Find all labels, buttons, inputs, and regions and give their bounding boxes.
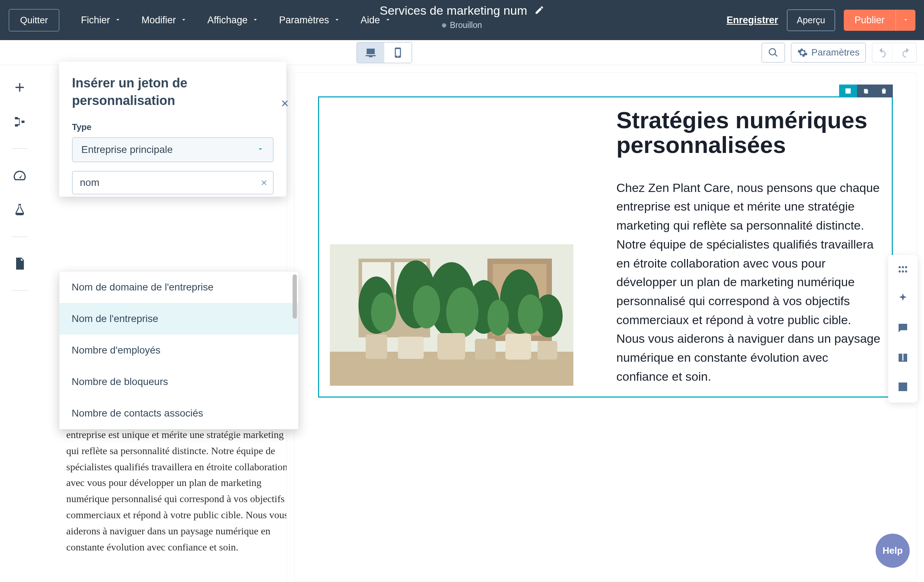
dropdown-item[interactable]: Nombre de contacts associés bbox=[59, 397, 298, 429]
help-button[interactable]: Help bbox=[876, 534, 910, 568]
svg-point-13 bbox=[371, 293, 396, 332]
module-tools bbox=[839, 84, 893, 97]
calendar-icon[interactable] bbox=[896, 380, 909, 395]
module-heading[interactable]: Stratégies numériques personnalisées bbox=[616, 108, 881, 158]
popover-title: Insérer un jeton depersonnalisation bbox=[72, 74, 274, 109]
topbar: Quitter Fichier Modifier Affichage Param… bbox=[0, 0, 924, 40]
undo-redo-group bbox=[872, 43, 917, 63]
status-text: Brouillon bbox=[450, 20, 482, 30]
exit-button[interactable]: Quitter bbox=[8, 9, 59, 31]
edit-icon[interactable] bbox=[535, 5, 544, 16]
module-grid: Stratégies numériques personnalisées Che… bbox=[330, 108, 881, 386]
status-dot-icon bbox=[442, 23, 446, 28]
menu-label: Fichier bbox=[81, 15, 110, 26]
module-text-col: Stratégies numériques personnalisées Che… bbox=[616, 108, 881, 386]
menu-modifier[interactable]: Modifier bbox=[142, 15, 187, 26]
svg-point-14 bbox=[413, 285, 440, 328]
svg-point-24 bbox=[899, 266, 901, 268]
body-area: Insérer un jeton depersonnalisation × Ty… bbox=[0, 65, 924, 582]
search-button[interactable] bbox=[761, 43, 785, 63]
menu-fichier[interactable]: Fichier bbox=[81, 15, 121, 26]
module-image-icon[interactable] bbox=[839, 84, 857, 97]
chevron-down-icon bbox=[114, 15, 121, 26]
token-search-input[interactable] bbox=[72, 171, 274, 195]
svg-point-17 bbox=[518, 294, 543, 334]
search-wrapper: × bbox=[72, 171, 274, 195]
menu-label: Paramètres bbox=[279, 15, 329, 26]
token-dropdown: Nom de domaine de l'entreprise Nom de l'… bbox=[59, 271, 299, 429]
module-delete-icon[interactable] bbox=[875, 84, 893, 97]
svg-point-28 bbox=[902, 270, 904, 272]
publish-button[interactable]: Publier bbox=[844, 10, 895, 31]
dropdown-item[interactable]: Nombre d'employés bbox=[59, 335, 298, 366]
dropdown-item[interactable]: Nombre de bloqueurs bbox=[59, 366, 298, 397]
svg-point-29 bbox=[905, 270, 907, 272]
menu-label: Aide bbox=[361, 15, 380, 26]
dropdown-item[interactable]: Nom de l'entreprise bbox=[59, 303, 298, 335]
save-link[interactable]: Enregistrer bbox=[727, 15, 778, 26]
tree-icon[interactable] bbox=[12, 114, 28, 130]
toolbar-right: Paramètres bbox=[761, 43, 917, 63]
type-select[interactable]: Entreprise principale bbox=[72, 137, 274, 162]
module-image-col bbox=[330, 108, 573, 386]
preview-button[interactable]: Aperçu bbox=[787, 9, 835, 31]
close-icon[interactable]: × bbox=[281, 96, 289, 111]
svg-rect-19 bbox=[398, 337, 424, 359]
personalization-token-popover: Insérer un jeton depersonnalisation × Ty… bbox=[59, 62, 287, 197]
device-mobile-button[interactable] bbox=[384, 43, 411, 63]
menu-affichage[interactable]: Affichage bbox=[207, 15, 259, 26]
editor-text-preview: entreprise est unique et mérite une stra… bbox=[66, 427, 295, 555]
title-area: Services de marketing num Brouillon bbox=[380, 3, 544, 30]
dropdown-item[interactable]: Nom de domaine de l'entreprise bbox=[59, 272, 298, 303]
separator bbox=[12, 148, 28, 149]
select-value: Entreprise principale bbox=[81, 144, 173, 155]
undo-button[interactable] bbox=[873, 43, 893, 62]
left-panel: Insérer un jeton depersonnalisation × Ty… bbox=[40, 65, 287, 582]
caret-down-icon bbox=[256, 144, 264, 155]
svg-point-15 bbox=[446, 287, 478, 337]
svg-rect-22 bbox=[505, 334, 531, 359]
module-body[interactable]: Chez Zen Plant Care, nous pensons que ch… bbox=[616, 178, 881, 386]
svg-point-16 bbox=[487, 300, 509, 336]
plant-image bbox=[330, 244, 573, 386]
gauge-icon[interactable] bbox=[12, 168, 28, 183]
settings-label: Paramètres bbox=[812, 47, 860, 58]
selected-module[interactable]: Stratégies numériques personnalisées Che… bbox=[318, 96, 893, 397]
device-toggle bbox=[356, 42, 412, 63]
page-icon[interactable] bbox=[12, 256, 28, 272]
doc-title: Services de marketing num bbox=[380, 3, 527, 18]
grid-icon[interactable] bbox=[896, 263, 909, 277]
svg-rect-23 bbox=[538, 341, 557, 359]
svg-rect-20 bbox=[437, 333, 465, 359]
separator bbox=[12, 290, 28, 291]
svg-point-26 bbox=[905, 266, 907, 268]
book-icon[interactable] bbox=[896, 351, 909, 365]
svg-rect-21 bbox=[475, 339, 496, 359]
svg-point-25 bbox=[902, 266, 904, 268]
chevron-down-icon bbox=[333, 15, 341, 26]
canvas-frame[interactable]: Stratégies numériques personnalisées Che… bbox=[294, 73, 917, 582]
menu-label: Affichage bbox=[207, 15, 248, 26]
menu-label: Modifier bbox=[142, 15, 176, 26]
flask-icon[interactable] bbox=[12, 202, 28, 218]
canvas-area: Stratégies numériques personnalisées Che… bbox=[287, 65, 924, 582]
device-desktop-button[interactable] bbox=[357, 43, 384, 63]
chat-icon[interactable] bbox=[896, 322, 909, 336]
module-copy-icon[interactable] bbox=[857, 84, 875, 97]
svg-point-27 bbox=[899, 270, 901, 272]
left-rail bbox=[0, 65, 40, 582]
chevron-down-icon bbox=[252, 15, 259, 26]
settings-button[interactable]: Paramètres bbox=[791, 43, 866, 63]
chevron-down-icon bbox=[180, 15, 187, 26]
publish-button-group: Publier bbox=[844, 10, 916, 31]
menu-parametres[interactable]: Paramètres bbox=[279, 15, 341, 26]
menu-bar: Fichier Modifier Affichage Paramètres Ai… bbox=[81, 15, 391, 26]
header-actions: Enregistrer Aperçu Publier bbox=[727, 9, 916, 31]
publish-dropdown-button[interactable] bbox=[895, 10, 916, 31]
scrollbar[interactable] bbox=[293, 274, 297, 319]
sparkle-icon[interactable] bbox=[896, 292, 909, 307]
redo-button[interactable] bbox=[896, 43, 916, 62]
right-float-rail bbox=[888, 255, 917, 402]
clear-icon[interactable]: × bbox=[261, 176, 267, 189]
add-icon[interactable] bbox=[12, 79, 28, 95]
